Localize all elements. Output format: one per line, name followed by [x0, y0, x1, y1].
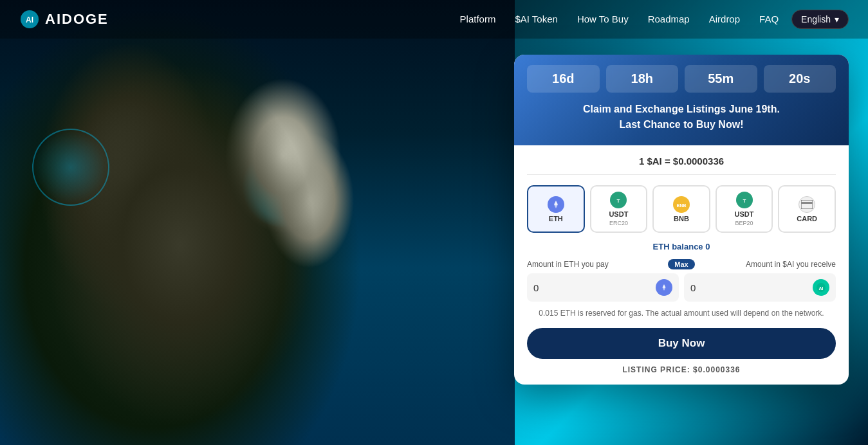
amount-labels: Amount in ETH you pay Max Amount in $AI … [527, 259, 836, 269]
svg-rect-11 [801, 200, 813, 209]
receive-input-wrapper: AI [684, 273, 836, 302]
tab-bnb-label: BNB [674, 215, 689, 222]
navbar: AI AIDOGE Platform $AI Token How To Buy … [0, 0, 868, 39]
amount-inputs: AI [527, 273, 836, 302]
nav-item-faq[interactable]: FAQ [759, 14, 779, 25]
balance-display: ETH balance 0 [527, 242, 836, 251]
svg-text:T: T [743, 198, 746, 204]
logo-icon: AI [19, 9, 40, 30]
cyan-glow-effect [32, 129, 109, 206]
eth-icon [548, 196, 564, 213]
price-display: 1 $AI = $0.0000336 [527, 156, 836, 175]
language-selected: English [801, 14, 831, 24]
timer-headline: Claim and Exchange Listings June 19th. L… [527, 102, 836, 132]
receive-amount-input[interactable] [690, 282, 813, 293]
timer-hours: 18h [606, 65, 679, 93]
tab-usdt-erc20-label: USDT [609, 210, 628, 218]
tab-bnb[interactable]: BNB BNB [652, 185, 710, 233]
amount-pay-label: Amount in ETH you pay [527, 260, 661, 269]
eth-input-icon [656, 279, 672, 296]
tab-usdt-bep20-label: USDT [735, 210, 754, 218]
svg-rect-12 [801, 202, 813, 204]
ai-input-icon: AI [813, 279, 829, 296]
pay-input-wrapper [527, 273, 679, 302]
nav-item-ai-token[interactable]: $AI Token [515, 14, 557, 25]
nav-item-how-to-buy[interactable]: How To Buy [577, 14, 629, 25]
amount-section: Amount in ETH you pay Max Amount in $AI … [527, 259, 836, 302]
tab-usdt-bep20-sublabel: BEP20 [735, 220, 753, 226]
tab-usdt-erc20-sublabel: ERC20 [609, 220, 628, 226]
tab-eth[interactable]: ETH [527, 185, 585, 233]
payment-tabs: ETH T USDT ERC20 BNB BNB T USDT BE [527, 185, 836, 233]
gas-notice: 0.015 ETH is reserved for gas. The actua… [527, 308, 836, 319]
svg-text:T: T [617, 198, 620, 204]
svg-text:AI: AI [819, 286, 824, 291]
buy-now-button[interactable]: Buy Now [527, 328, 836, 359]
tab-usdt-erc20[interactable]: T USDT ERC20 [590, 185, 648, 233]
tab-eth-label: ETH [549, 215, 563, 222]
amount-receive-label: Amount in $AI you receive [701, 260, 836, 269]
widget-content: 1 $AI = $0.0000336 ETH T USDT ERC20 BNB [514, 145, 849, 385]
timer-minutes: 55m [685, 65, 757, 93]
svg-text:BNB: BNB [676, 203, 686, 208]
svg-text:AI: AI [26, 15, 33, 24]
tab-card[interactable]: CARD [778, 185, 836, 233]
timer-days: 16d [527, 65, 600, 93]
usdt-erc20-icon: T [610, 192, 627, 208]
usdt-bep20-icon: T [736, 192, 753, 208]
tab-card-label: CARD [797, 215, 817, 222]
logo[interactable]: AI AIDOGE [19, 9, 109, 30]
dog-image [0, 0, 515, 445]
bnb-icon: BNB [673, 196, 690, 213]
nav-item-platform[interactable]: Platform [460, 14, 496, 25]
timer-seconds: 20s [764, 65, 836, 93]
timer-boxes: 16d 18h 55m 20s [527, 65, 836, 93]
listing-price: LISTING PRICE: $0.0000336 [527, 365, 836, 374]
language-selector[interactable]: English ▾ [791, 10, 849, 29]
pay-amount-input[interactable] [533, 282, 656, 293]
nav-item-airdrop[interactable]: Airdrop [709, 14, 740, 25]
chevron-down-icon: ▾ [835, 14, 839, 24]
card-icon [799, 196, 815, 213]
presale-widget: 16d 18h 55m 20s Claim and Exchange Listi… [514, 55, 849, 385]
timer-section: 16d 18h 55m 20s Claim and Exchange Listi… [514, 55, 849, 145]
logo-text: AIDOGE [45, 11, 109, 28]
max-button[interactable]: Max [668, 259, 694, 269]
tab-usdt-bep20[interactable]: T USDT BEP20 [716, 185, 773, 233]
nav-links: Platform $AI Token How To Buy Roadmap Ai… [460, 14, 779, 25]
nav-item-roadmap[interactable]: Roadmap [648, 14, 690, 25]
